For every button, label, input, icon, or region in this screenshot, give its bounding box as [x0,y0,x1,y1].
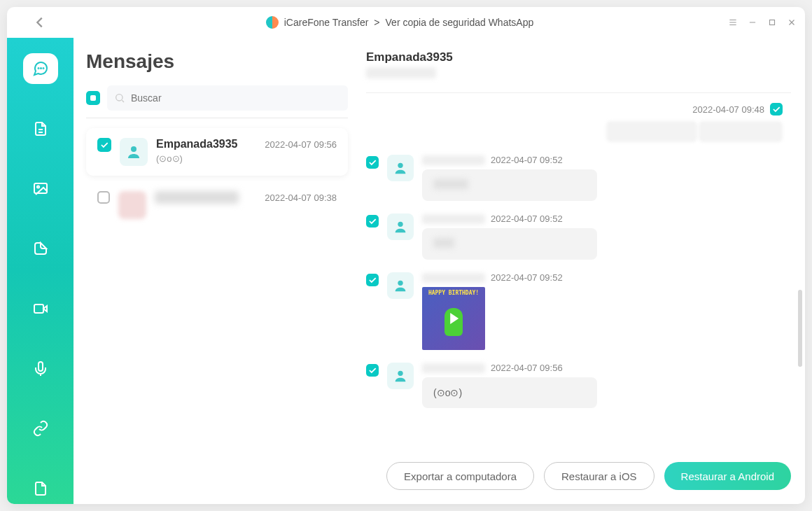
conversation-time: 2022-04-07 09:56 [265,139,337,150]
sidebar-item-files[interactable] [23,473,58,504]
avatar [120,138,148,166]
minimize-button[interactable] [748,18,757,27]
sidebar [7,38,74,504]
svg-point-3 [43,68,43,69]
scrollbar[interactable] [798,290,802,367]
breadcrumb: iCareFone Transfer > Ver copia de seguri… [266,16,534,29]
message-bubble: (⊙o⊙) [422,377,597,408]
message-in: 2022-04-07 09:52 [366,155,783,201]
sidebar-item-messages[interactable] [23,53,58,84]
message-time: 2022-04-07 09:56 [491,363,563,373]
conversation-checkbox[interactable] [97,191,110,204]
message-checkbox[interactable] [366,215,379,227]
svg-point-8 [131,146,136,152]
app-logo-icon [266,16,279,29]
message-time: 2022-04-07 09:52 [491,214,563,224]
conversation-checkbox[interactable] [97,138,111,152]
close-button[interactable] [787,18,797,27]
message-checkbox[interactable] [366,156,379,169]
message-in: 2022-04-07 09:52 HAPPY BIRTHDAY! [366,272,783,350]
svg-rect-6 [34,304,43,313]
sidebar-item-videos[interactable] [23,293,58,324]
maximize-button[interactable] [767,18,777,27]
conversation-item[interactable]: Empanada3935 2022-04-07 09:56 (⊙o⊙) [86,128,348,176]
svg-point-2 [41,68,41,69]
avatar [387,214,414,240]
message-in: 2022-04-07 09:56 (⊙o⊙) [366,363,783,408]
avatar [118,191,146,219]
titlebar: iCareFone Transfer > Ver copia de seguri… [7,7,805,38]
sidebar-item-audio[interactable] [23,354,58,384]
avatar [387,272,414,299]
svg-point-7 [116,94,122,101]
svg-point-10 [398,222,402,227]
restore-ios-button[interactable]: Restaurar a iOS [544,462,654,490]
search-input[interactable] [131,92,341,104]
sidebar-item-stickers[interactable] [23,233,58,264]
message-time: 2022-04-07 09:52 [491,272,563,283]
sender-name-redacted [422,155,485,165]
select-all-checkbox[interactable] [86,91,100,105]
svg-point-9 [398,163,402,168]
message-out [366,121,783,142]
svg-rect-0 [770,20,775,25]
footer-actions: Exportar a computadora Restaurar a iOS R… [366,451,791,504]
restore-android-button[interactable]: Restaurar a Android [664,462,791,490]
message-bubble [422,169,597,201]
conversation-item[interactable]: 2022-04-07 09:38 [86,181,348,229]
search-input-wrapper[interactable] [107,85,348,111]
sidebar-item-images[interactable] [23,174,58,204]
sender-name-redacted [422,273,485,283]
breadcrumb-page: Ver copia de seguridad WhatsApp [386,17,534,28]
chat-date-label: 2022-04-07 09:48 [692,104,764,115]
menu-icon[interactable] [728,18,738,27]
avatar [387,155,414,181]
chat-pane: Empanada3935 2022-04-07 09:48 [354,38,805,504]
chat-contact-name: Empanada3935 [366,50,791,64]
page-title: Mensajes [86,50,348,73]
svg-point-5 [37,186,39,188]
search-icon [114,92,125,104]
app-name: iCareFone Transfer [284,17,369,28]
svg-point-1 [38,68,38,69]
conversation-time: 2022-04-07 09:38 [265,192,337,203]
svg-point-11 [398,281,402,286]
export-button[interactable]: Exportar a computadora [386,462,534,490]
message-time: 2022-04-07 09:52 [491,155,563,165]
avatar [387,363,414,389]
sidebar-item-links[interactable] [23,414,58,444]
message-checkbox[interactable] [366,364,379,377]
conversation-preview: (⊙o⊙) [156,153,337,164]
sender-name-redacted [422,214,485,224]
message-checkbox[interactable] [770,103,783,115]
svg-point-12 [398,371,402,376]
back-button[interactable] [29,12,50,33]
message-checkbox[interactable] [366,274,379,286]
sidebar-item-documents[interactable] [23,113,58,144]
message-in: 2022-04-07 09:52 [366,214,783,260]
video-thumbnail[interactable]: HAPPY BIRTHDAY! [422,287,485,350]
play-icon [450,313,458,324]
conversation-name: Empanada3935 [156,138,238,150]
video-caption: HAPPY BIRTHDAY! [422,290,485,296]
sender-name-redacted [422,363,485,373]
conversation-name-redacted [155,191,239,204]
message-bubble [422,228,597,260]
conversation-list-pane: Mensajes Empanada3935 [74,38,354,504]
chat-phone-redacted [366,67,436,78]
